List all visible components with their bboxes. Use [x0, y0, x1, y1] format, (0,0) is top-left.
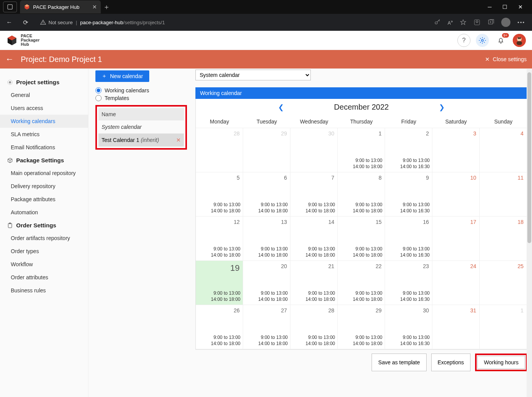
- sidebar-item-workflow[interactable]: Workflow: [0, 258, 88, 271]
- calendar-day[interactable]: 10: [432, 172, 480, 217]
- browser-tab[interactable]: PACE Packager Hub ✕: [20, 0, 101, 13]
- calendar-day[interactable]: 299:00 to 13:0014:00 to 18:00: [338, 305, 385, 349]
- radio-templates[interactable]: Templates: [95, 95, 187, 101]
- calendar-day[interactable]: 1: [480, 305, 527, 349]
- calendar-day[interactable]: 30: [290, 128, 338, 172]
- calendar-day[interactable]: 79:00 to 13:0014:00 to 18:00: [290, 172, 338, 217]
- close-settings-button[interactable]: ✕ Close settings: [485, 56, 527, 62]
- calendar-day[interactable]: 25: [480, 261, 527, 305]
- svg-rect-3: [43, 22, 43, 23]
- calendar-day[interactable]: 19:00 to 13:0014:00 to 18:00: [338, 128, 385, 172]
- minimize-button[interactable]: ─: [488, 4, 492, 10]
- user-avatar[interactable]: [513, 34, 526, 47]
- calendar-day[interactable]: 229:00 to 13:0014:00 to 18:00: [338, 261, 385, 305]
- sidebar-item-package-attributes[interactable]: Package attributes: [0, 193, 88, 206]
- maximize-button[interactable]: ☐: [502, 4, 507, 10]
- sidebar-item-business-rules[interactable]: Business rules: [0, 284, 88, 297]
- calendar-day[interactable]: 11: [480, 172, 527, 217]
- day-number: 28: [197, 130, 241, 137]
- project-back-button[interactable]: ←: [5, 54, 14, 64]
- calendar-day[interactable]: 69:00 to 13:0014:00 to 18:00: [243, 172, 290, 217]
- sidebar-item-users-access[interactable]: Users access: [0, 102, 88, 115]
- calendar-day[interactable]: 29: [243, 128, 290, 172]
- notifications-icon[interactable]: 9+: [494, 34, 507, 47]
- collections-icon[interactable]: [487, 19, 494, 26]
- key-icon[interactable]: [434, 19, 441, 26]
- url-box[interactable]: Not secure | pace-packager-hub/settings/…: [35, 18, 170, 27]
- more-icon[interactable]: •••: [517, 20, 525, 25]
- new-tab-button[interactable]: ＋: [103, 2, 110, 12]
- day-number: 30: [292, 130, 336, 137]
- calendar-day[interactable]: 219:00 to 13:0014:00 to 18:00: [290, 261, 338, 305]
- next-month-button[interactable]: ❯: [439, 103, 445, 112]
- prev-month-button[interactable]: ❮: [278, 103, 284, 112]
- weekday-header: MondayTuesdayWednesdayThursdayFridaySatu…: [196, 115, 527, 128]
- calendar-day[interactable]: 209:00 to 13:0014:00 to 18:00: [243, 261, 290, 305]
- tab-close-icon[interactable]: ✕: [92, 4, 97, 10]
- sidebar-item-automation[interactable]: Automation: [0, 206, 88, 219]
- sidebar-item-order-artifacts-repository[interactable]: Order artifacts repository: [0, 232, 88, 245]
- sidebar-item-sla-metrics[interactable]: SLA metrics: [0, 128, 88, 141]
- sidebar-item-order-attributes[interactable]: Order attributes: [0, 271, 88, 284]
- reload-button[interactable]: ⟳: [19, 19, 32, 26]
- calendar-day[interactable]: 239:00 to 13:0014:00 to 16:30: [385, 261, 432, 305]
- calendar-day[interactable]: 269:00 to 13:0014:00 to 18:00: [196, 305, 243, 349]
- sidebar-item-main-operational-repository[interactable]: Main operational repository: [0, 167, 88, 180]
- calendar-day[interactable]: 4: [480, 128, 527, 172]
- calendar-row-system[interactable]: System calendar: [98, 120, 184, 133]
- calendar-day[interactable]: 59:00 to 13:0014:00 to 18:00: [196, 172, 243, 217]
- vertical-scrollbar[interactable]: [527, 68, 532, 397]
- save-as-template-button[interactable]: Save as template: [372, 354, 426, 371]
- calendar-day[interactable]: 199:00 to 13:0014:00 to 18:00: [196, 261, 243, 305]
- tabs-overview-button[interactable]: [3, 2, 17, 12]
- calendar-day[interactable]: 31: [432, 305, 480, 349]
- profile-icon[interactable]: [501, 18, 510, 27]
- favorites-bar-icon[interactable]: [474, 19, 480, 26]
- security-indicator[interactable]: Not secure: [40, 19, 73, 25]
- day-number: 18: [481, 219, 525, 225]
- calendar-day[interactable]: 24: [432, 261, 480, 305]
- calendar-day[interactable]: 289:00 to 13:0014:00 to 18:00: [290, 305, 338, 349]
- favorite-icon[interactable]: [460, 19, 467, 26]
- calendar-row-test1[interactable]: Test Calendar 1 (inherit) ✕: [98, 133, 184, 147]
- day-number: 13: [245, 219, 289, 225]
- calendar-day[interactable]: 279:00 to 13:0014:00 to 18:00: [243, 305, 290, 349]
- calendar-selector[interactable]: System calendar: [195, 70, 311, 80]
- calendar-day[interactable]: 28: [196, 128, 243, 172]
- calendar-day[interactable]: 169:00 to 13:0014:00 to 16:30: [385, 217, 432, 261]
- app-logo[interactable]: PACE Packager Hub: [6, 34, 40, 47]
- sidebar-item-order-types[interactable]: Order types: [0, 245, 88, 258]
- sidebar-item-working-calendars[interactable]: Working calendars: [0, 115, 88, 128]
- calendar-day[interactable]: 139:00 to 13:0014:00 to 18:00: [243, 217, 290, 261]
- time-slots: 9:00 to 13:0014:00 to 18:00: [292, 246, 336, 259]
- close-window-button[interactable]: ✕: [518, 4, 523, 10]
- time-slots: 9:00 to 13:0014:00 to 16:30: [387, 157, 430, 170]
- calendar-day[interactable]: 17: [432, 217, 480, 261]
- help-icon[interactable]: ?: [457, 34, 470, 47]
- exceptions-button[interactable]: Exceptions: [431, 354, 470, 371]
- sidebar-item-delivery-repository[interactable]: Delivery repository: [0, 180, 88, 193]
- read-aloud-icon[interactable]: A»: [448, 19, 453, 26]
- calendar-day[interactable]: 89:00 to 13:0014:00 to 18:00: [338, 172, 385, 217]
- calendar-day[interactable]: 149:00 to 13:0014:00 to 18:00: [290, 217, 338, 261]
- gear-icon[interactable]: [476, 34, 489, 47]
- calendar-day[interactable]: 159:00 to 13:0014:00 to 18:00: [338, 217, 385, 261]
- calendar-day[interactable]: 129:00 to 13:0014:00 to 18:00: [196, 217, 243, 261]
- calendar-day[interactable]: 18: [480, 217, 527, 261]
- sidebar-item-email-notifications[interactable]: Email Notifications: [0, 141, 88, 154]
- radio-working-calendars[interactable]: Working calendars: [95, 87, 187, 93]
- sidebar-item-general[interactable]: General: [0, 88, 88, 102]
- new-calendar-button[interactable]: ＋ New calendar: [95, 70, 149, 82]
- calendar-day[interactable]: 99:00 to 13:0014:00 to 16:30: [385, 172, 432, 217]
- time-slots: 9:00 to 13:0014:00 to 18:00: [197, 202, 241, 215]
- url-text: pace-packager-hub/settings/projects/1: [80, 20, 165, 25]
- day-number: 30: [387, 307, 430, 314]
- working-hours-button[interactable]: Working hours: [477, 356, 525, 369]
- calendar-day[interactable]: 29:00 to 13:0014:00 to 16:30: [385, 128, 432, 172]
- calendar-day[interactable]: 3: [432, 128, 480, 172]
- window-controls: ─ ☐ ✕: [488, 4, 529, 10]
- settings-sidebar: Project settings GeneralUsers accessWork…: [0, 69, 88, 397]
- back-button[interactable]: ←: [3, 19, 15, 26]
- calendar-day[interactable]: 309:00 to 13:0014:00 to 16:30: [385, 305, 432, 349]
- delete-calendar-icon[interactable]: ✕: [176, 137, 181, 143]
